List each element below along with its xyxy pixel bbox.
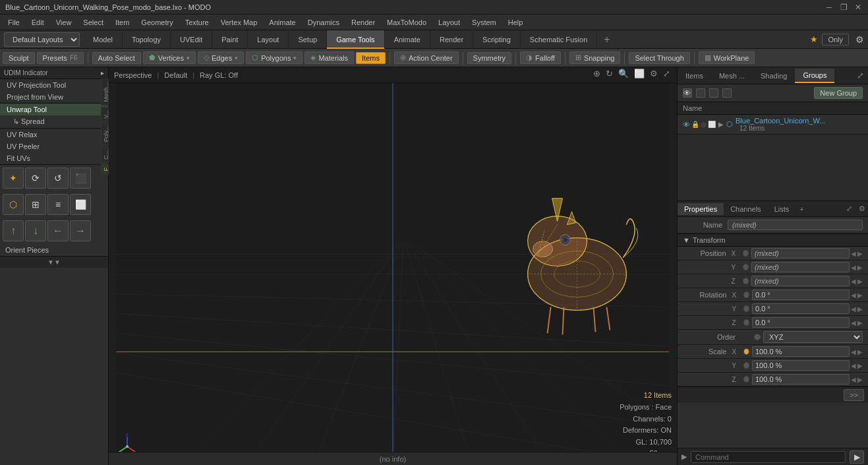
rot-x-input[interactable] xyxy=(752,290,850,300)
close-button[interactable]: ✕ xyxy=(854,3,863,12)
menu-layout[interactable]: Layout xyxy=(433,17,465,28)
command-input[interactable] xyxy=(691,451,846,463)
arrow-up-btn[interactable]: ↑ xyxy=(3,220,24,241)
pos-x-input[interactable] xyxy=(751,248,850,259)
vtab-f[interactable]: F xyxy=(101,164,109,175)
maximize-button[interactable]: ❐ xyxy=(839,3,848,12)
vertices-button[interactable]: ⬟ Vertices ▾ xyxy=(143,51,196,64)
pos-x-dec[interactable]: ◀ xyxy=(851,250,856,257)
tab-schematic[interactable]: Schematic Fusion xyxy=(521,30,597,49)
groups-item[interactable]: 👁 🔒 ◎ ⬜ ▶ ⬡ Blue_Cartoon_Unicorn_W... 12… xyxy=(678,115,868,135)
viewport-icon-fit[interactable]: ⬜ xyxy=(633,69,646,78)
pos-x-inc[interactable]: ▶ xyxy=(857,250,863,257)
menu-file[interactable]: File xyxy=(3,17,25,28)
new-group-button[interactable]: New Group xyxy=(814,87,863,99)
scale-y-inc[interactable]: ▶ xyxy=(857,362,863,369)
scale-x-inc[interactable]: ▶ xyxy=(857,348,863,356)
icon-btn-4[interactable]: ⬛ xyxy=(70,168,91,189)
arrow-down-btn[interactable]: ↓ xyxy=(25,220,46,241)
tab-animate[interactable]: Animate xyxy=(385,30,430,49)
layout-selector[interactable]: Default Layouts xyxy=(4,32,80,47)
auto-select-button[interactable]: Auto Select xyxy=(92,52,141,64)
icon-btn-1[interactable]: ✦ xyxy=(3,168,24,189)
arrow-right-btn[interactable]: → xyxy=(70,220,91,241)
project-from-view[interactable]: Project from View xyxy=(0,91,108,103)
tab-gametools[interactable]: Game Tools xyxy=(327,30,385,49)
menu-system[interactable]: System xyxy=(467,17,502,28)
tab-lists[interactable]: Lists xyxy=(768,203,796,215)
menu-geometry[interactable]: Geometry xyxy=(136,17,178,28)
viewport-icon-expand[interactable]: ⤢ xyxy=(662,69,672,78)
vtab-v[interactable]: V... xyxy=(101,107,109,122)
scale-z-dot[interactable] xyxy=(743,376,749,383)
menu-texture[interactable]: Texture xyxy=(180,17,214,28)
groups-solo-icon[interactable] xyxy=(709,88,718,98)
props-settings-button[interactable]: ⚙ xyxy=(856,204,868,213)
pos-z-inc[interactable]: ▶ xyxy=(857,278,863,285)
rot-y-inc[interactable]: ▶ xyxy=(857,305,863,313)
menu-item[interactable]: Item xyxy=(110,17,134,28)
menu-view[interactable]: View xyxy=(51,17,77,28)
uv-projection-tool[interactable]: UV Projection Tool xyxy=(0,79,108,91)
rot-y-input[interactable] xyxy=(752,303,850,314)
polygons-button[interactable]: ⬡ Polygons ▾ xyxy=(246,51,303,64)
item-lock-icon[interactable]: 🔒 xyxy=(691,121,699,129)
props-expand-button[interactable]: ⤢ xyxy=(844,204,855,213)
icon-btn-8[interactable]: ⬜ xyxy=(70,194,91,215)
rot-z-input[interactable] xyxy=(752,317,850,328)
groups-render-icon[interactable] xyxy=(722,88,732,98)
icon-btn-3[interactable]: ↺ xyxy=(47,168,69,189)
tab-paint[interactable]: Paint xyxy=(212,30,248,49)
workplane-button[interactable]: ▦ WorkPlane xyxy=(699,51,755,64)
tab-properties[interactable]: Properties xyxy=(678,203,724,215)
pos-y-inc[interactable]: ▶ xyxy=(857,264,863,271)
fit-uvs[interactable]: Fit UVs xyxy=(0,152,108,164)
scale-z-input[interactable] xyxy=(752,374,850,385)
scale-z-inc[interactable]: ▶ xyxy=(857,376,863,383)
rot-x-inc[interactable]: ▶ xyxy=(857,292,863,299)
icon-btn-6[interactable]: ⊞ xyxy=(25,194,46,215)
scale-x-input[interactable] xyxy=(752,346,850,357)
rot-z-dot[interactable] xyxy=(743,319,749,326)
groups-eye-icon[interactable]: 👁 xyxy=(683,88,692,98)
pos-y-dec[interactable]: ◀ xyxy=(851,264,856,271)
tab-channels[interactable]: Channels xyxy=(724,203,767,215)
icon-btn-2[interactable]: ⟳ xyxy=(25,168,46,189)
vtab-poly[interactable]: Poly... xyxy=(101,123,109,145)
tab-model[interactable]: Model xyxy=(84,30,123,49)
spread-item[interactable]: ↳ Spread xyxy=(0,115,108,128)
tab-uvedit[interactable]: UVEdit xyxy=(171,30,212,49)
rot-z-inc[interactable]: ▶ xyxy=(857,319,863,326)
menu-help[interactable]: Help xyxy=(503,17,529,28)
menu-edit[interactable]: Edit xyxy=(26,17,49,28)
scale-z-dec[interactable]: ◀ xyxy=(851,376,856,383)
symmetry-button[interactable]: Symmetry xyxy=(467,52,512,64)
tab-shading[interactable]: Shading xyxy=(753,69,795,82)
pos-x-dot[interactable] xyxy=(743,250,749,257)
menu-vertexmap[interactable]: Vertex Map xyxy=(216,17,263,28)
rp-expand-button[interactable]: ⤢ xyxy=(853,71,868,80)
item-solo-icon[interactable]: ◎ xyxy=(701,121,707,129)
pos-y-dot[interactable] xyxy=(743,264,749,270)
order-dot[interactable] xyxy=(754,334,761,340)
viewport-icon-rotate[interactable]: ↻ xyxy=(604,69,614,78)
tab-setup[interactable]: Setup xyxy=(289,30,327,49)
pos-y-input[interactable] xyxy=(751,262,850,272)
pos-z-input[interactable] xyxy=(751,276,850,286)
menu-dynamics[interactable]: Dynamics xyxy=(303,17,345,28)
scale-y-dec[interactable]: ◀ xyxy=(851,362,856,369)
item-visible-icon[interactable]: 👁 xyxy=(683,121,690,129)
rot-x-dot[interactable] xyxy=(743,292,749,298)
scale-x-dot[interactable] xyxy=(743,348,749,355)
rot-y-dec[interactable]: ◀ xyxy=(851,305,856,313)
udim-header[interactable]: UDIM Indicator ▸ xyxy=(0,67,108,78)
tab-items[interactable]: Items xyxy=(678,69,711,82)
tab-mesh[interactable]: Mesh ... xyxy=(711,69,753,82)
menu-render[interactable]: Render xyxy=(346,17,380,28)
tab-topology[interactable]: Topology xyxy=(123,30,171,49)
rot-y-dot[interactable] xyxy=(743,305,749,312)
add-props-tab[interactable]: + xyxy=(796,205,807,213)
minimize-button[interactable]: ─ xyxy=(825,3,834,12)
viewport[interactable]: Perspective | Default | Ray GL: Off ⊕ ↻ … xyxy=(109,67,677,465)
gear-button[interactable]: ⚙ xyxy=(852,33,868,46)
